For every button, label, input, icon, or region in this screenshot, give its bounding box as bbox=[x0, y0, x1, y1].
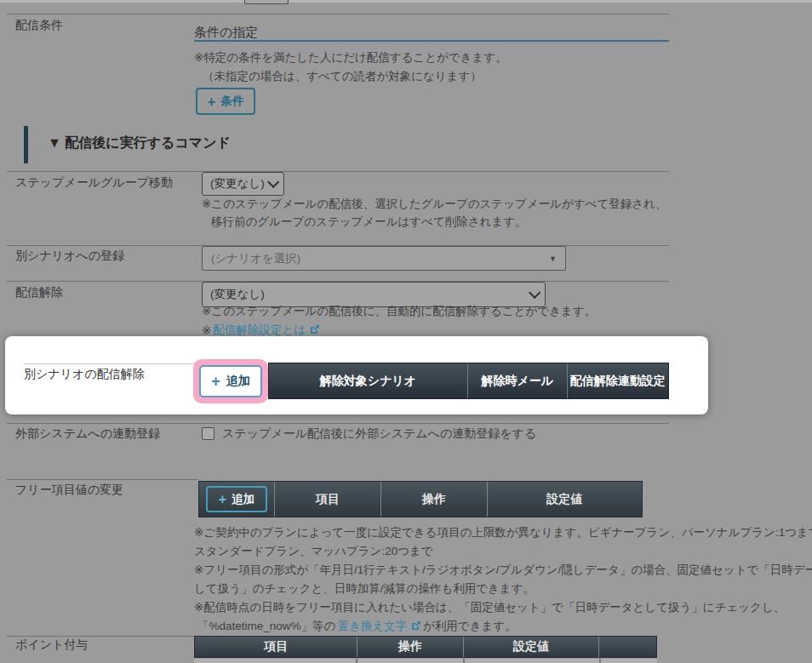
scenario-register-select-value: (シナリオを選択) bbox=[211, 251, 300, 266]
caret-down-icon: ▼ bbox=[549, 254, 557, 263]
column-header: 設定値 bbox=[464, 637, 599, 657]
free-item-note-4: して扱う」のチェックと、日時加算/減算の操作も利用できます。 bbox=[194, 581, 535, 597]
note-marker: ※ bbox=[202, 323, 211, 337]
free-item-note-1: ※ご契約中のプランによって一度に設定できる項目の上限数が異なります。ビギナープラ… bbox=[194, 525, 812, 540]
condition-note-2: （未指定の場合は、すべての読者が対象になります） bbox=[203, 69, 482, 84]
section-accent-bar bbox=[24, 126, 28, 163]
add-free-item-button[interactable]: + 追加 bbox=[206, 486, 267, 512]
highlighted-row-scenario-unsubscribe: 別シナリオの配信解除 + 追加 解除対象シナリオ 解除時メール 配信解除連動設定 bbox=[5, 336, 708, 414]
scenario-register-select[interactable]: (シナリオを選択) ▼ bbox=[202, 246, 566, 271]
external-system-checkbox-label[interactable]: ステップメール配信後に外部システムへの連動登録をする bbox=[222, 426, 536, 442]
scenario-unsubscribe-table-header: 解除対象シナリオ 解除時メール 配信解除連動設定 bbox=[268, 363, 669, 399]
external-system-label: 外部システムへの連動登録 bbox=[15, 426, 160, 442]
free-item-table-header: + 追加 項目 操作 設定値 bbox=[198, 481, 643, 517]
condition-note-1: ※特定の条件を満たした人にだけ配信することができます。 bbox=[194, 50, 507, 66]
points-table-header: 項目 操作 設定値 bbox=[194, 636, 657, 658]
add-button-cell: + 追加 bbox=[199, 482, 275, 517]
table-cell bbox=[357, 659, 465, 663]
free-item-note-3: ※フリー項目の形式が「年月日/1行テキスト/ラジオボタン/プルダウン/隠しデータ… bbox=[194, 563, 812, 578]
unsubscribe-label: 配信解除 bbox=[15, 285, 63, 300]
plus-icon: + bbox=[211, 374, 220, 389]
row-separator bbox=[7, 14, 669, 14]
column-header: 解除時メール bbox=[468, 363, 568, 398]
points-label: ポイント付与 bbox=[15, 637, 88, 653]
unsubscribe-note: ※このステップメールの配信後に、自動的に配信解除することができます。 bbox=[202, 304, 596, 319]
free-item-note-5: ※配信時点の日時をフリー項目に入れたい場合は、「固定値セット」で「日時データとし… bbox=[194, 600, 785, 615]
column-header: 操作 bbox=[357, 637, 464, 657]
section-title: ▼ 配信後に実行するコマンド bbox=[48, 134, 231, 152]
delivery-condition-label: 配信条件 bbox=[15, 18, 63, 33]
row-separator bbox=[7, 171, 669, 172]
free-item-note-6: 「%datetime_now%」等の 置き換え文字 が利用できます。 bbox=[197, 619, 517, 634]
external-system-checkbox[interactable] bbox=[202, 427, 214, 440]
partial-button-top[interactable] bbox=[244, 0, 289, 4]
scenario-unsubscribe-label: 別シナリオの配信解除 bbox=[24, 367, 145, 382]
points-table-first-row bbox=[194, 659, 657, 663]
add-button-label: 追加 bbox=[226, 374, 250, 389]
chevron-down-icon bbox=[267, 176, 279, 188]
plus-icon: + bbox=[219, 493, 226, 506]
table-cell bbox=[465, 659, 601, 663]
row-separator bbox=[24, 363, 194, 364]
add-condition-button[interactable]: + 条件 bbox=[196, 88, 255, 115]
column-header: 操作 bbox=[381, 482, 488, 517]
external-link-icon bbox=[310, 324, 320, 337]
top-edge-strip bbox=[0, 0, 812, 3]
free-item-label: フリー項目値の変更 bbox=[15, 483, 123, 498]
condition-spec-title: 条件の指定 bbox=[194, 25, 258, 41]
group-move-note-2: 移行前のグループのステップメールはすべて削除されます。 bbox=[211, 214, 527, 230]
replacement-chars-link[interactable]: 置き換え文字 bbox=[337, 619, 407, 634]
chevron-down-icon bbox=[529, 287, 540, 299]
column-header: 解除対象シナリオ bbox=[269, 363, 468, 398]
free-item-note-2: スタンダードプラン、マッハプラン:20つまで bbox=[194, 544, 433, 559]
note-text: が利用できます。 bbox=[423, 619, 517, 634]
group-move-select-value: (変更なし) bbox=[210, 176, 265, 191]
add-scenario-unsubscribe-button[interactable]: + 追加 bbox=[199, 365, 262, 397]
row-separator bbox=[7, 423, 669, 424]
add-button-label: 追加 bbox=[232, 492, 254, 507]
external-link-icon bbox=[411, 620, 421, 633]
group-move-label: ステップメールグループ移動 bbox=[15, 175, 173, 191]
group-move-note-1: ※このステップメールの配信後、選択したグループのステップメールがすべて登録され、 bbox=[202, 197, 666, 212]
scenario-register-label: 別シナリオへの登録 bbox=[15, 249, 124, 264]
column-header: 設定値 bbox=[488, 482, 642, 517]
column-header: 項目 bbox=[195, 637, 357, 657]
row-separator bbox=[7, 636, 194, 637]
group-move-select[interactable]: (変更なし) bbox=[202, 172, 284, 196]
page: { "colors": { "overlay_gray": "#9b9b9b",… bbox=[0, 0, 812, 663]
table-cell bbox=[601, 659, 657, 663]
table-cell bbox=[194, 659, 357, 663]
note-text: 「%datetime_now%」等の bbox=[197, 619, 335, 634]
condition-title-underline bbox=[194, 40, 669, 42]
plus-icon: + bbox=[208, 94, 216, 109]
unsubscribe-select-value: (変更なし) bbox=[210, 287, 265, 302]
row-separator bbox=[7, 479, 198, 480]
tutorial-highlight-ring: + 追加 bbox=[193, 359, 268, 403]
column-header-empty bbox=[599, 637, 656, 657]
column-header: 項目 bbox=[275, 482, 382, 517]
add-condition-button-label: 条件 bbox=[220, 94, 243, 109]
column-header: 配信解除連動設定 bbox=[568, 363, 669, 398]
